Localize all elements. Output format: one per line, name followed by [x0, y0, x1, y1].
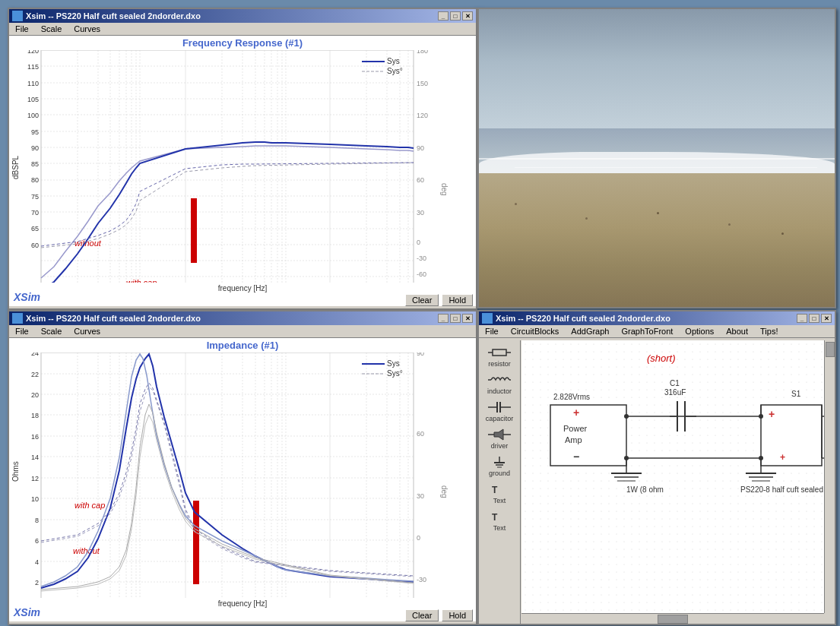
imp-title: Xsim -- PS220 Half cuft sealed 2ndorder.…: [26, 314, 201, 323]
svg-text:dBSPL: dBSPL: [12, 155, 20, 179]
freq-graph-title: Frequency Response (#1): [9, 36, 476, 50]
text2-label: Text: [493, 524, 506, 532]
junction1: [624, 414, 629, 419]
circuit-menu-about[interactable]: About: [723, 326, 751, 337]
menu-file-freq[interactable]: File: [12, 24, 32, 34]
circuit-menu-circuitblocks[interactable]: CircuitBlocks: [508, 326, 563, 337]
speaker-plus: +: [769, 408, 775, 420]
svg-text:90: 90: [417, 353, 424, 357]
circuit-controls[interactable]: _ □ ✕: [797, 314, 832, 323]
toolbar-text1[interactable]: T Text: [480, 480, 518, 506]
svg-text:22: 22: [31, 371, 39, 378]
toolbar-text2[interactable]: T Text: [480, 507, 518, 533]
freq-controls[interactable]: _ □ ✕: [438, 11, 473, 21]
svg-text:Sys°: Sys°: [387, 369, 403, 378]
svg-text:Sys: Sys: [387, 57, 400, 65]
power-amp-label2: Amp: [565, 435, 582, 444]
imp-graph-container: Impedance (#1): [9, 338, 476, 621]
cap-label1: C1: [670, 379, 680, 387]
circuit-menu-options[interactable]: Options: [682, 326, 717, 337]
menu-curves-freq[interactable]: Curves: [71, 24, 103, 34]
circuit-window-icon: [482, 313, 493, 324]
svg-rect-140: [493, 349, 506, 356]
driver-label: driver: [491, 442, 509, 450]
power-amp-label1: Power: [563, 424, 588, 433]
svg-text:12: 12: [31, 475, 39, 482]
svg-text:30: 30: [417, 492, 424, 500]
imp-minimize-btn[interactable]: _: [438, 314, 449, 323]
power-rating: 1W (8 ohm: [626, 485, 664, 494]
freq-x-axis-label: frequency [Hz]: [9, 284, 476, 292]
circuit-menu-graphtofront[interactable]: GraphToFront: [618, 326, 676, 337]
svg-text:8: 8: [35, 517, 39, 524]
beach-photo-window: [477, 8, 836, 308]
circuit-menu-tips[interactable]: Tips!: [757, 326, 781, 337]
imp-hold-btn[interactable]: Hold: [442, 609, 473, 621]
imp-btn-row: Clear Hold: [9, 608, 476, 621]
imp-controls[interactable]: _ □ ✕: [438, 314, 473, 323]
svg-text:120: 120: [417, 112, 428, 119]
close-btn[interactable]: ✕: [462, 11, 473, 21]
circuit-minimize-btn[interactable]: _: [797, 314, 807, 323]
capacitor-label: capacitor: [486, 415, 514, 422]
text1-label: Text: [493, 497, 506, 504]
text2-icon: T: [487, 509, 512, 524]
freq-clear-btn[interactable]: Clear: [405, 294, 439, 306]
imp-menu-curves[interactable]: Curves: [71, 326, 103, 337]
circuit-scrollbar-v[interactable]: [824, 340, 835, 613]
freq-hold-btn[interactable]: Hold: [442, 294, 473, 306]
imp-clear-btn[interactable]: Clear: [405, 609, 439, 621]
imp-x-axis-label: frequency [Hz]: [9, 599, 476, 608]
svg-text:110: 110: [27, 80, 39, 87]
freq-response-window: Xsim -- PS220 Half cuft sealed 2ndorder.…: [8, 8, 477, 310]
imp-menu-file[interactable]: File: [12, 326, 32, 337]
freq-title: Xsim -- PS220 Half cuft sealed 2ndorder.…: [26, 11, 201, 21]
imp-xsim-label: XSim: [14, 606, 40, 618]
speaker-model: PS220-8 half cuft sealed: [740, 485, 823, 494]
imp-graph-title: Impedance (#1): [9, 338, 476, 353]
circuit-close-btn[interactable]: ✕: [821, 314, 832, 323]
with-cap-label: with cap: [126, 278, 157, 283]
svg-text:0: 0: [417, 534, 420, 542]
svg-text:60: 60: [417, 430, 424, 438]
svg-text:16: 16: [31, 433, 39, 441]
toolbar-inductor[interactable]: inductor: [480, 371, 518, 397]
ground-label: ground: [489, 470, 510, 477]
toolbar-resistor[interactable]: resistor: [480, 343, 518, 369]
toolbar-ground[interactable]: ground: [480, 453, 518, 479]
circuit-title: Xsim -- PS220 Half cuft sealed 2ndorder.…: [496, 314, 670, 323]
svg-text:20: 20: [31, 391, 39, 399]
circuit-scrollbar-h[interactable]: [521, 613, 824, 624]
driver-icon: [487, 427, 512, 442]
svg-text:-60: -60: [417, 597, 426, 598]
toolbar-driver[interactable]: driver: [480, 425, 518, 451]
imp-menu-scale[interactable]: Scale: [38, 326, 65, 337]
window-icon: [12, 11, 23, 21]
freq-btn-row: Clear Hold: [9, 292, 476, 306]
circuit-toolbar: resistor inductor: [479, 340, 521, 624]
circuit-titlebar: Xsim -- PS220 Half cuft sealed 2ndorder.…: [479, 311, 835, 325]
svg-text:75: 75: [31, 193, 39, 201]
imp-maximize-btn[interactable]: □: [450, 314, 461, 323]
svg-text:Ohms: Ohms: [12, 461, 20, 482]
toolbar-capacitor[interactable]: capacitor: [480, 398, 518, 424]
text1-icon: T: [487, 482, 512, 497]
circuit-maximize-btn[interactable]: □: [809, 314, 819, 323]
svg-text:18: 18: [31, 412, 39, 419]
imp-close-btn[interactable]: ✕: [462, 314, 473, 323]
svg-marker-148: [494, 429, 503, 440]
svg-text:4: 4: [35, 558, 39, 566]
circuit-menu-file[interactable]: File: [482, 326, 502, 337]
svg-text:100: 100: [27, 112, 39, 119]
imp-with-cap-label: with cap: [74, 501, 105, 510]
minimize-btn[interactable]: _: [438, 11, 449, 21]
menu-scale-freq[interactable]: Scale: [38, 24, 65, 34]
imp-menu: File Scale Curves: [9, 325, 476, 338]
svg-text:105: 105: [27, 96, 39, 103]
svg-text:-60: -60: [417, 270, 426, 278]
svg-text:180: 180: [417, 50, 428, 55]
circuit-menu-addgraph[interactable]: AddGraph: [568, 326, 612, 337]
svg-text:150: 150: [417, 80, 428, 87]
maximize-btn[interactable]: □: [450, 11, 461, 21]
circuit-area: (short) 2.828Vrms C1 316uF Power Amp + −: [521, 340, 824, 613]
